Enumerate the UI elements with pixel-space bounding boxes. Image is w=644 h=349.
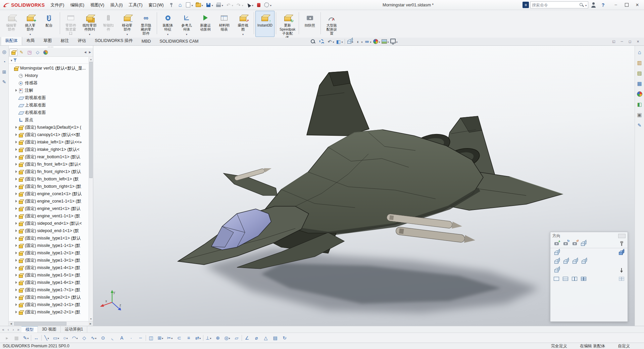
tree-item-front-plane[interactable]: 前视基准面 <box>9 94 88 101</box>
zoom-fit-icon[interactable] <box>309 38 317 45</box>
sketch-tool-button[interactable] <box>31 335 31 341</box>
commandmanager-tab[interactable]: 草图 <box>39 37 56 45</box>
tree-item-missile-type1-1[interactable]: (固定) missile_type1-1<1> (默 <box>9 242 88 249</box>
tree-item-intake-right[interactable]: (固定) intake_right<1> (默认< <box>9 146 88 153</box>
tree-item-missile-type1-2[interactable]: (固定) missile_type1-2<1> (默 <box>9 249 88 257</box>
expand-arrow-icon[interactable] <box>14 192 18 195</box>
large-assembly-settings-button[interactable]: 大型装 配体设 置 <box>322 11 341 37</box>
expand-arrow-icon[interactable] <box>14 200 18 203</box>
scroll-left-icon[interactable] <box>9 321 13 326</box>
top-view-icon[interactable]: ▾ <box>552 266 560 274</box>
redo-icon[interactable] <box>235 1 245 9</box>
close-button[interactable] <box>632 1 643 9</box>
expand-arrow-icon[interactable] <box>14 259 18 262</box>
expand-arrow-icon[interactable] <box>14 207 18 210</box>
commandmanager-tab[interactable]: 评估 <box>73 37 91 45</box>
expand-arrow-icon[interactable] <box>14 237 18 239</box>
mirror-icon[interactable]: ◫ <box>147 334 155 342</box>
expand-arrow-icon[interactable] <box>14 281 18 284</box>
spline-icon[interactable]: ∿ <box>89 334 98 342</box>
ribbon-button[interactable] <box>276 12 276 34</box>
viewport-axis-icon[interactable]: ▾ <box>617 266 626 274</box>
ribbon-button[interactable] <box>320 12 321 34</box>
right-view-icon[interactable]: ▾ <box>580 258 588 265</box>
hscroll-track[interactable] <box>13 321 88 326</box>
tree-item-sidepod-end[interactable]: (固定) sidepod_end<1> (默认< <box>9 220 88 227</box>
panel-splitter-handle[interactable] <box>9 46 93 48</box>
expand-arrow-icon[interactable] <box>14 303 18 306</box>
apply-scene-icon[interactable] <box>381 38 390 45</box>
scroll-up-icon[interactable] <box>89 57 93 61</box>
maximize-button[interactable] <box>621 1 632 9</box>
tree-item-canopy1[interactable]: (固定) canopy1<1> (默认<<默 <box>9 131 88 138</box>
display-relations-icon[interactable]: ⊥ <box>204 334 213 342</box>
tree-item-missile-type2-1[interactable]: (固定) missile_type2-1<1> (默 <box>9 301 88 308</box>
circle-icon[interactable]: ○ <box>61 334 70 342</box>
tree-item-fin-bottom-left[interactable]: (固定) fin_bottom_left<1> (默 <box>9 175 88 183</box>
login-icon[interactable] <box>590 1 598 9</box>
status-item[interactable]: 自定义 <box>618 343 630 349</box>
commandmanager-tab[interactable]: 标注 <box>56 37 73 45</box>
task-pane-home-icon[interactable] <box>636 48 644 56</box>
smart-fastener-button[interactable]: 智能扣 件 <box>99 11 118 37</box>
menu-item[interactable]: 工具(T) <box>126 0 146 10</box>
insert-component-button[interactable]: 插入零 部件 <box>21 11 40 37</box>
expand-arrow-icon[interactable] <box>14 163 18 166</box>
expand-arrow-icon[interactable] <box>14 289 18 291</box>
first-tab-icon[interactable]: « <box>1 328 6 332</box>
tree-item-sidepod-end-1[interactable]: (固定) sidepod_end-1<1> (默 <box>9 227 88 234</box>
view-settings-icon[interactable] <box>390 38 398 45</box>
search-icon[interactable] <box>579 3 584 7</box>
menu-item[interactable]: 编辑(E) <box>67 0 87 10</box>
display-style-icon[interactable] <box>355 38 363 45</box>
expand-arrow-icon[interactable] <box>14 141 18 143</box>
scenes-icon[interactable] <box>636 100 644 108</box>
decals-icon[interactable] <box>636 111 644 119</box>
bottom-tab[interactable]: 运动算例1 <box>61 326 88 333</box>
dimxpertmanager-tab-icon[interactable] <box>34 49 42 56</box>
headsup-button[interactable] <box>345 39 345 44</box>
scroll-tabs-right-icon[interactable] <box>88 49 92 55</box>
expand-arrow-icon[interactable] <box>14 229 18 232</box>
last-tab-icon[interactable]: » <box>16 328 21 332</box>
displaymanager-tab-icon[interactable] <box>42 49 50 56</box>
search-dropdown-icon[interactable] <box>585 3 587 7</box>
search-scope-icon[interactable] <box>523 2 529 8</box>
scroll-tabs-left-icon[interactable] <box>83 49 88 55</box>
configurationmanager-tab-icon[interactable] <box>26 49 34 56</box>
display-pane-icon[interactable]: ◔ <box>1 58 8 65</box>
tree-item-fin-front-left[interactable]: (固定) fin_front_left<1> (默认< <box>9 161 88 168</box>
tree-item-fin-front-right[interactable]: (固定) fin_front_right<1> (默认 <box>9 168 88 175</box>
prev-tab-icon[interactable]: ‹ <box>6 328 11 332</box>
two-view-vertical-icon[interactable]: ▾ <box>571 275 579 282</box>
edit-component-button[interactable]: 编辑零 部件 <box>2 11 21 37</box>
exploded-view-button[interactable]: 爆炸视 图 <box>234 11 252 37</box>
rectangle-icon[interactable]: ▭ <box>52 334 60 342</box>
graphics-area[interactable]: x y z 方向 ▾▾▾▾▾ ▾▾ ▾▾▾▾ <box>93 46 635 326</box>
update-standard-views-icon[interactable]: ▾ <box>561 240 569 248</box>
update-speedpak-button[interactable]: 更新 Speedpak 子装配 体 <box>278 11 297 37</box>
expand-arrow-icon[interactable] <box>14 274 18 276</box>
commandmanager-tab[interactable]: MBD <box>137 38 155 45</box>
sketch-tool-button[interactable] <box>242 335 242 341</box>
pin-menu-icon[interactable] <box>168 2 174 8</box>
move-component-button[interactable]: 移动零 部件 <box>118 11 137 37</box>
tree-vertical-scrollbar[interactable] <box>89 57 93 321</box>
expand-arrow-icon[interactable] <box>14 170 18 173</box>
featuremanager-tab-icon[interactable] <box>9 49 17 56</box>
tree-item-rear-bottom1[interactable]: (固定) rear_bottom1<1> (默认 <box>9 153 88 161</box>
smart-dimension-icon[interactable]: ↔ <box>32 334 41 342</box>
tree-item-missile-type1-5[interactable]: (固定) missile_type1-5<1> (默 <box>9 271 88 279</box>
menu-item[interactable]: 文件(F) <box>47 0 67 10</box>
tree-item-missile-type1-4[interactable]: (固定) missile_type1-4<1> (默 <box>9 264 88 271</box>
expand-arrow-icon[interactable] <box>14 222 18 225</box>
commandmanager-tab[interactable]: 布局 <box>22 37 39 45</box>
save-icon[interactable] <box>204 1 214 9</box>
hscroll-thumb[interactable] <box>14 322 66 325</box>
point-icon[interactable]: ∙ <box>127 334 136 342</box>
tree-item-engine-vent1-1[interactable]: (固定) engine_vent1-1<1> (默 <box>9 212 88 220</box>
tree-item-intake-left[interactable]: (固定) intake_left<1> (默认<<» <box>9 138 88 146</box>
expand-arrow-icon[interactable] <box>14 133 18 136</box>
restore-document-button[interactable] <box>626 38 634 44</box>
xpress-products-icon[interactable] <box>255 1 263 9</box>
